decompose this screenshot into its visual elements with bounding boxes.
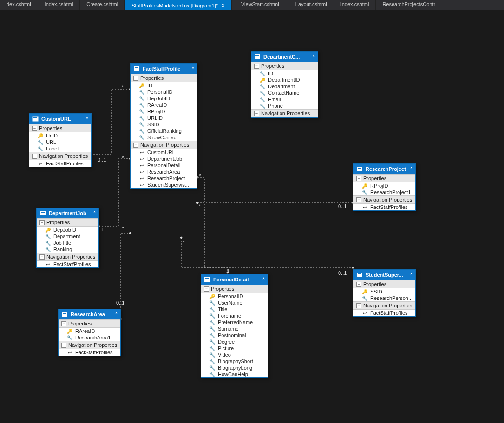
property-row[interactable]: 🔧HowCanHelp <box>201 371 268 377</box>
nav-row[interactable]: ↩StudentSupervis... <box>131 182 197 188</box>
collapse-toggle-icon[interactable]: − <box>39 254 45 260</box>
edmx-canvas[interactable]: 0..1 * 1 * 0..1 * * 0..1 * 1 * 0..1 Cust… <box>0 10 504 423</box>
property-row[interactable]: 🔧ContactName <box>251 90 318 96</box>
chevron-up-icon[interactable]: ˄ <box>262 277 265 282</box>
property-row[interactable]: 🔧Email <box>251 96 318 103</box>
section-properties[interactable]: −Properties <box>59 319 120 328</box>
entity-header[interactable]: ResearchProject ˄ <box>353 164 415 174</box>
section-properties[interactable]: − Properties <box>29 124 91 132</box>
collapse-toggle-icon[interactable]: − <box>356 303 361 308</box>
nav-row[interactable]: ↩PersonalDetail <box>131 162 197 169</box>
nav-row[interactable]: ↩FactStaffProfiles <box>353 310 415 316</box>
property-row[interactable]: 🔧Surname <box>201 325 268 332</box>
section-properties[interactable]: −Properties <box>353 280 415 288</box>
property-row[interactable]: 🔧Picture <box>201 345 268 351</box>
property-row[interactable]: 🔧Phone <box>251 103 318 109</box>
collapse-toggle-icon[interactable]: − <box>61 321 66 326</box>
property-row[interactable]: 🔧Label <box>29 145 91 152</box>
collapse-toggle-icon[interactable]: − <box>254 64 259 69</box>
property-row[interactable]: 🔧Ranking <box>37 246 98 253</box>
property-row[interactable]: 🔧Video <box>201 351 268 358</box>
nav-row[interactable]: ↩FactStaffProfiles <box>37 261 98 267</box>
property-row[interactable]: 🔑UrlID <box>29 132 91 139</box>
property-row[interactable]: 🔑ID <box>131 82 197 89</box>
collapse-toggle-icon[interactable]: − <box>204 286 209 292</box>
property-row[interactable]: 🔧BiographyLong <box>201 364 268 371</box>
tab-layout[interactable]: _Layout.cshtml <box>286 0 334 10</box>
section-nav[interactable]: −Navigation Properties <box>251 109 318 117</box>
property-row[interactable]: 🔑DepJobID <box>37 227 98 233</box>
property-row[interactable]: 🔧UserName <box>201 299 268 306</box>
property-row[interactable]: 🔧Department <box>37 233 98 240</box>
entity-header[interactable]: PersonalDetail ˄ <box>201 274 268 285</box>
property-row[interactable]: 🔑RAreaID <box>59 328 120 334</box>
collapse-toggle-icon[interactable]: − <box>61 343 66 348</box>
property-row[interactable]: 🔧URLID <box>131 115 197 121</box>
nav-row[interactable]: ↩ResearchArea <box>131 169 197 175</box>
collapse-toggle-icon[interactable]: − <box>32 126 37 131</box>
tab-index2[interactable]: Index.cshtml <box>334 0 376 10</box>
property-row[interactable]: 🔧ResearchArea1 <box>59 334 120 341</box>
collapse-toggle-icon[interactable]: − <box>254 111 259 116</box>
property-row[interactable]: 🔧URL <box>29 139 91 145</box>
chevron-up-icon[interactable]: ˄ <box>115 312 118 317</box>
property-row[interactable]: 🔧JobTitle <box>37 240 98 246</box>
property-row[interactable]: 🔧RAreaID <box>131 102 197 108</box>
property-row[interactable]: 🔧ID <box>251 70 318 77</box>
property-row[interactable]: 🔧ResearchProject1 <box>353 189 415 195</box>
nav-row[interactable]: ↩CustomURL <box>131 149 197 156</box>
chevron-up-icon[interactable]: ˄ <box>93 211 96 216</box>
entity-studentsupervision[interactable]: StudentSuper... ˄ −Properties 🔑SSID 🔧Res… <box>353 269 416 317</box>
property-row[interactable]: 🔧Degree <box>201 338 268 345</box>
section-properties[interactable]: −Properties <box>201 285 268 293</box>
chevron-up-icon[interactable]: ˄ <box>313 54 315 59</box>
section-properties[interactable]: −Properties <box>251 62 318 70</box>
chevron-up-icon[interactable]: ˄ <box>192 66 194 72</box>
tab-index[interactable]: Index.cshtml <box>38 0 80 10</box>
section-nav[interactable]: −Navigation Properties <box>131 141 197 149</box>
section-properties[interactable]: −Properties <box>353 174 415 182</box>
section-nav[interactable]: −Navigation Properties <box>59 341 120 349</box>
collapse-toggle-icon[interactable]: − <box>356 176 361 181</box>
entity-header[interactable]: StudentSuper... ˄ <box>353 270 415 280</box>
chevron-up-icon[interactable]: ˄ <box>86 117 88 122</box>
section-nav[interactable]: −Navigation Properties <box>353 195 415 204</box>
entity-header[interactable]: DepartmentC... ˄ <box>251 52 318 62</box>
property-row[interactable]: 🔧PersonalID <box>131 89 197 95</box>
entity-researchproject[interactable]: ResearchProject ˄ −Properties 🔑RProjID 🔧… <box>353 163 416 211</box>
entity-header[interactable]: FactStaffProfile ˄ <box>131 64 197 74</box>
nav-row[interactable]: ↩FactStaffProfiles <box>29 160 91 167</box>
property-row[interactable]: 🔧Department <box>251 83 318 90</box>
property-row[interactable]: 🔧DepJobID <box>131 95 197 102</box>
entity-factstaffprofile[interactable]: FactStaffProfile ˄ −Properties 🔑ID 🔧Pers… <box>130 63 197 189</box>
property-row[interactable]: 🔑RProjID <box>353 182 415 189</box>
property-row[interactable]: 🔧OfficialRanking <box>131 128 197 134</box>
collapse-toggle-icon[interactable]: − <box>356 197 361 202</box>
chevron-up-icon[interactable]: ˄ <box>410 167 412 172</box>
nav-row[interactable]: ↩DepartmentJob <box>131 156 197 162</box>
collapse-toggle-icon[interactable]: − <box>133 76 138 81</box>
entity-header[interactable]: CustomURL ˄ <box>29 114 91 124</box>
property-row[interactable]: 🔑PersonalID <box>201 293 268 299</box>
entity-header[interactable]: ResearchArea ˄ <box>59 309 120 319</box>
tab-edmx-active[interactable]: StaffProfilesModels.edmx [Diagram1]* × <box>125 0 232 10</box>
collapse-toggle-icon[interactable]: − <box>133 143 138 148</box>
section-properties[interactable]: −Properties <box>37 218 98 227</box>
property-row[interactable]: 🔧BiographyShort <box>201 358 268 364</box>
tab-viewstart[interactable]: _ViewStart.cshtml <box>232 0 286 10</box>
section-nav[interactable]: −Navigation Properties <box>353 301 415 310</box>
collapse-toggle-icon[interactable]: − <box>39 220 45 225</box>
property-row[interactable]: 🔧ShowContact <box>131 134 197 141</box>
property-row[interactable]: 🔧ResearchPerson... <box>353 295 415 301</box>
section-properties[interactable]: −Properties <box>131 74 197 82</box>
property-row[interactable]: 🔑DepartmentID <box>251 77 318 83</box>
nav-row[interactable]: ↩ResearchProject <box>131 175 197 182</box>
property-row[interactable]: 🔧Postnominal <box>201 332 268 338</box>
tab-dex[interactable]: dex.cshtml <box>0 0 38 10</box>
close-icon[interactable]: × <box>222 2 225 9</box>
property-row[interactable]: 🔧Title <box>201 306 268 312</box>
property-row[interactable]: 🔧PreferredName <box>201 319 268 325</box>
chevron-up-icon[interactable]: ˄ <box>410 273 412 278</box>
entity-researcharea[interactable]: ResearchArea ˄ −Properties 🔑RAreaID 🔧Res… <box>58 309 121 356</box>
property-row[interactable]: 🔑SSID <box>353 288 415 295</box>
